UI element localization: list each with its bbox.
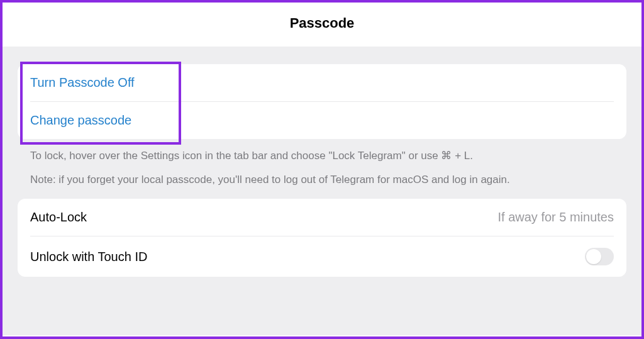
turn-passcode-off-label: Turn Passcode Off	[30, 75, 135, 90]
touch-id-toggle[interactable]	[585, 248, 614, 265]
passcode-actions-card: Turn Passcode Off Change passcode	[18, 64, 626, 139]
turn-passcode-off-button[interactable]: Turn Passcode Off	[18, 64, 626, 101]
header: Passcode	[3, 3, 641, 47]
auto-lock-row[interactable]: Auto-Lock If away for 5 minutes	[18, 199, 626, 236]
footer-help-line1: To lock, hover over the Settings icon in…	[18, 139, 626, 164]
footer-help-line2: Note: if you forget your local passcode,…	[18, 164, 626, 199]
change-passcode-label: Change passcode	[30, 113, 131, 128]
auto-lock-label: Auto-Lock	[30, 210, 87, 225]
page-title: Passcode	[3, 15, 641, 31]
content-area: Turn Passcode Off Change passcode To loc…	[3, 47, 641, 335]
settings-card: Auto-Lock If away for 5 minutes Unlock w…	[18, 199, 626, 277]
touch-id-label: Unlock with Touch ID	[30, 250, 147, 264]
change-passcode-button[interactable]: Change passcode	[18, 102, 626, 139]
toggle-knob	[586, 249, 601, 264]
touch-id-row: Unlock with Touch ID	[18, 236, 626, 277]
auto-lock-value: If away for 5 minutes	[497, 210, 614, 225]
